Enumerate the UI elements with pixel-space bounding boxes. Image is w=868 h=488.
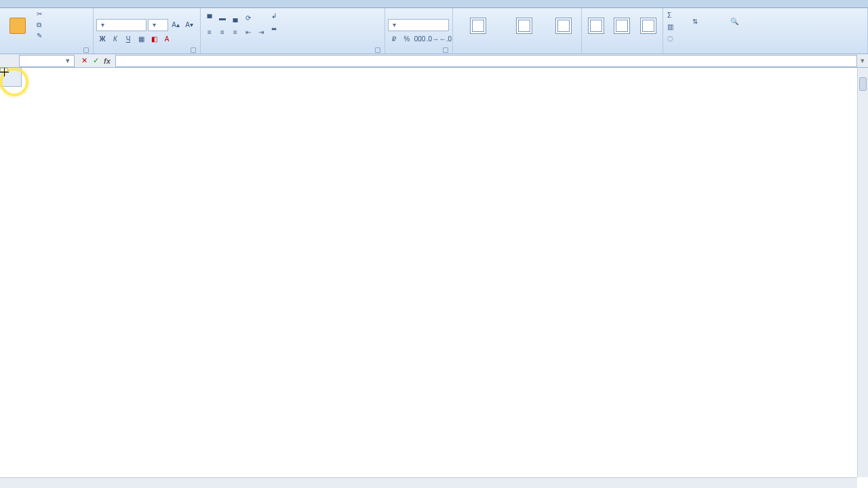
- chevron-down-icon: ▾: [151, 21, 157, 28]
- dialog-launcher-icon[interactable]: [443, 47, 448, 53]
- name-box[interactable]: ▾: [19, 55, 75, 67]
- font-family-select[interactable]: ▾: [96, 19, 146, 31]
- format-painter-button[interactable]: ✎: [35, 31, 50, 42]
- bold-button[interactable]: Ж: [96, 33, 108, 45]
- border-button[interactable]: ▦: [135, 33, 147, 45]
- group-cells: [582, 8, 663, 54]
- eraser-icon: ◌: [667, 35, 677, 44]
- number-format-select[interactable]: ▾: [388, 19, 449, 31]
- merge-icon: ⬌: [271, 25, 281, 35]
- group-alignment: ▀ ▬ ▄ ⟳ ≡ ≡ ≡ ⇤ ⇥ ↲ ⬌: [201, 8, 385, 54]
- align-middle-button[interactable]: ▬: [216, 12, 229, 24]
- group-editing: Σ ▥ ◌ ⇅ 🔍: [663, 8, 868, 54]
- confirm-edit-button[interactable]: ✓: [90, 56, 101, 66]
- sigma-icon: Σ: [667, 12, 677, 21]
- decrease-indent-button[interactable]: ⇤: [242, 26, 254, 38]
- formula-input[interactable]: [115, 55, 857, 67]
- wrap-icon: ↲: [271, 12, 281, 22]
- horizontal-scrollbar[interactable]: [0, 477, 857, 488]
- cancel-edit-button[interactable]: ✕: [79, 56, 90, 66]
- autosum-button[interactable]: Σ: [666, 11, 680, 22]
- increase-decimal-button[interactable]: .0→: [427, 33, 439, 45]
- align-center-button[interactable]: ≡: [216, 26, 229, 38]
- paste-button[interactable]: [3, 9, 33, 43]
- fill-color-button[interactable]: ◧: [148, 33, 160, 45]
- table-icon: [516, 18, 532, 34]
- conditional-icon: [470, 18, 486, 34]
- format-cells-button[interactable]: [637, 9, 660, 43]
- column-headers: [22, 68, 868, 87]
- brush-icon: ✎: [37, 32, 46, 41]
- fill-button[interactable]: ▥: [666, 22, 680, 33]
- orientation-button[interactable]: ⟳: [242, 12, 254, 24]
- vertical-scrollbar[interactable]: [857, 68, 868, 477]
- increase-indent-button[interactable]: ⇥: [255, 26, 267, 38]
- scroll-thumb[interactable]: [859, 77, 867, 91]
- align-right-button[interactable]: ≡: [229, 26, 241, 38]
- insert-function-button[interactable]: fx: [102, 56, 113, 66]
- menu-tabs: [0, 0, 868, 8]
- group-font: ▾ ▾ A▴ A▾ Ж К Ч ▦ ◧ A: [94, 8, 201, 54]
- wrap-text-button[interactable]: ↲: [270, 12, 284, 22]
- copy-button[interactable]: ⧉: [35, 20, 50, 31]
- format-icon: [640, 18, 656, 34]
- dialog-launcher-icon[interactable]: [83, 47, 89, 53]
- italic-button[interactable]: К: [109, 33, 121, 45]
- shrink-font-button[interactable]: A▾: [183, 19, 195, 31]
- dialog-launcher-icon[interactable]: [375, 47, 380, 53]
- align-top-button[interactable]: ▀: [203, 12, 216, 24]
- copy-icon: ⧉: [37, 21, 46, 30]
- binoculars-icon: 🔍: [730, 18, 747, 34]
- percent-button[interactable]: %: [401, 33, 413, 45]
- cellstyles-icon: [555, 18, 572, 34]
- group-number: ▾ ₽ % 000 .0→ ←.0: [385, 8, 453, 54]
- dialog-launcher-icon[interactable]: [191, 47, 196, 53]
- paste-icon: [9, 18, 26, 34]
- decrease-decimal-button[interactable]: ←.0: [439, 33, 452, 45]
- underline-button[interactable]: Ч: [122, 33, 134, 45]
- find-select-button[interactable]: 🔍: [721, 9, 756, 43]
- chevron-down-icon: ▾: [99, 21, 106, 28]
- font-color-button[interactable]: A: [161, 33, 173, 45]
- delete-cells-button[interactable]: [610, 9, 633, 43]
- insert-cells-button[interactable]: [585, 9, 608, 43]
- ribbon: ✂ ⧉ ✎ ▾ ▾ A▴ A▾ Ж К Ч ▦ ◧ A: [0, 8, 868, 54]
- funnel-icon: ⇅: [692, 18, 709, 34]
- row-headers: [0, 87, 22, 477]
- fill-icon: ▥: [667, 23, 677, 33]
- conditional-formatting-button[interactable]: [456, 9, 500, 43]
- delete-icon: [614, 18, 630, 34]
- spreadsheet-grid: [0, 68, 868, 477]
- merge-center-button[interactable]: ⬌: [270, 24, 284, 35]
- grow-font-button[interactable]: A▴: [170, 19, 182, 31]
- group-styles: [453, 8, 582, 54]
- expand-formula-bar-button[interactable]: ▾: [857, 56, 868, 65]
- cell-styles-button[interactable]: [549, 9, 578, 43]
- insert-icon: [588, 18, 604, 34]
- chevron-down-icon: ▾: [64, 56, 71, 65]
- sort-filter-button[interactable]: ⇅: [683, 9, 718, 43]
- scissors-icon: ✂: [37, 10, 46, 20]
- clear-button[interactable]: ◌: [666, 34, 680, 45]
- font-size-select[interactable]: ▾: [148, 19, 168, 31]
- cut-button[interactable]: ✂: [35, 9, 50, 20]
- currency-button[interactable]: ₽: [388, 33, 400, 45]
- comma-button[interactable]: 000: [414, 33, 426, 45]
- format-as-table-button[interactable]: [503, 9, 547, 43]
- formula-bar: ▾ ✕ ✓ fx ▾: [0, 54, 868, 68]
- cells-area[interactable]: [22, 87, 868, 477]
- function-tooltip: [0, 68, 8, 72]
- align-left-button[interactable]: ≡: [203, 26, 216, 38]
- align-bottom-button[interactable]: ▄: [229, 12, 241, 24]
- chevron-down-icon: ▾: [391, 21, 397, 28]
- group-clipboard: ✂ ⧉ ✎: [0, 8, 94, 54]
